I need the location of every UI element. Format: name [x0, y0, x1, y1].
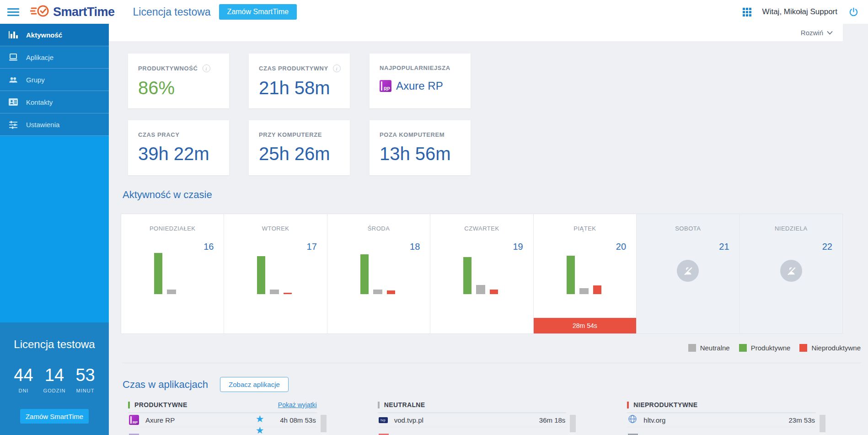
card-label: PRODUKTYWNOŚĆ — [138, 65, 198, 72]
day-cell-niedziela[interactable]: NIEDZIELA22 — [740, 214, 842, 333]
nieproduktywne-bar — [593, 285, 601, 294]
top-header: SmartTime Licencja testowa Zamów SmartTi… — [0, 0, 868, 24]
sidebar-item-label: Aplikacje — [26, 54, 54, 61]
day-date: 16 — [204, 242, 214, 252]
partially-visible-row — [627, 427, 816, 435]
list-scrollbar[interactable] — [820, 415, 825, 435]
sidebar-item-grupy[interactable]: Grupy — [0, 69, 109, 91]
category-color-bar — [627, 402, 629, 408]
sidebar-item-label: Kontakty — [26, 98, 53, 106]
produktywne-bar — [154, 253, 162, 294]
sidebar-item-ustawienia[interactable]: Ustawienia — [0, 113, 109, 136]
card-poza-komputerem: POZA KOMPUTEREM 13h 56m — [370, 120, 471, 175]
app-row[interactable]: tvpvod.tvp.pl36m 18s — [378, 413, 567, 427]
card-value: 39h 22m — [138, 144, 220, 164]
day-label: PIĄTEK — [534, 225, 636, 232]
day-cell-poniedziałek[interactable]: PONIEDZIAŁEK16 — [121, 214, 224, 333]
legend-swatch — [739, 344, 747, 352]
day-label: CZWARTEK — [430, 225, 533, 232]
hamburger-menu-icon[interactable] — [7, 6, 19, 18]
day-label: WTOREK — [224, 225, 327, 232]
day-date: 20 — [616, 242, 626, 252]
apps-section-title: Czas w aplikacjach — [123, 379, 208, 391]
day-cell-piątek[interactable]: PIĄTEK2028m 54s — [534, 214, 637, 333]
sidebar-item-aplikacje[interactable]: Aplikacje — [0, 46, 109, 69]
card-produktywnosc: PRODUKTYWNOŚĆ i 86% — [128, 54, 229, 108]
sidebar-item-aktywnosc[interactable]: Aktywność — [0, 24, 109, 46]
app-column-nieproduktywne: NIEPRODUKTYWNEhltv.org23m 53s — [627, 401, 825, 435]
card-value: 21h 58m — [259, 78, 341, 98]
produktywne-bar — [463, 257, 472, 294]
app-column-header: PRODUKTYWNEPokaż wyjątki — [128, 401, 317, 413]
day-label: NIEDZIELA — [740, 225, 842, 232]
sidebar-item-label: Ustawienia — [26, 121, 59, 129]
apps-grid-icon[interactable] — [743, 8, 751, 16]
day-label: PONIEDZIAŁEK — [121, 225, 224, 232]
day-cell-czwartek[interactable]: CZWARTEK19 — [430, 214, 533, 333]
favorite-star-icon[interactable]: ★ — [256, 414, 264, 424]
nieproduktywne-bar — [284, 293, 292, 294]
day-cell-środa[interactable]: ŚRODA18 — [327, 214, 430, 333]
day-bars — [567, 256, 601, 294]
app-row[interactable]: RPAxure RP★4h 08m 53s — [128, 413, 317, 427]
view-apps-button[interactable]: Zobacz aplikacje — [220, 377, 289, 392]
license-countdown: 44 DNI 14 GODZIN 53 MINUT — [0, 365, 109, 393]
order-smarttime-button[interactable]: Zamów SmartTime — [219, 4, 297, 20]
produktywne-bar — [567, 256, 575, 294]
main-content: Rozwiń PRODUKTYWNOŚĆ i 86% CZAS PRODUKTY… — [109, 24, 868, 435]
brand-name: SmartTime — [53, 5, 115, 19]
day-date: 18 — [410, 242, 420, 252]
countdown-days: 44 DNI — [14, 365, 33, 393]
no-data-user-icon — [780, 260, 802, 282]
countdown-hours: 14 GODZIN — [43, 365, 66, 393]
app-column-content: NEUTRALNEtvpvod.tvp.pl36m 18s — [378, 401, 567, 435]
sidebar-item-label: Grupy — [26, 76, 45, 84]
card-value: 86% — [138, 78, 220, 98]
legend-swatch — [688, 344, 696, 352]
legend-label: Produktywne — [751, 344, 791, 352]
app-column-header: NIEPRODUKTYWNE — [627, 401, 816, 413]
axure-rp-icon: RP — [380, 80, 391, 92]
expand-label[interactable]: Rozwiń — [801, 29, 823, 37]
day-date: 21 — [719, 242, 729, 252]
list-scrollbar[interactable] — [570, 415, 576, 435]
list-scrollbar[interactable] — [321, 415, 327, 435]
license-title: Licencja testowa — [0, 338, 109, 351]
show-exceptions-link[interactable]: Pokaż wyjątki — [278, 401, 317, 408]
category-color-bar — [378, 402, 380, 408]
day-cell-wtorek[interactable]: WTOREK17 — [224, 214, 327, 333]
logout-power-icon[interactable] — [848, 7, 859, 17]
smarttime-logo[interactable]: SmartTime — [30, 4, 115, 20]
neutralne-bar — [579, 288, 589, 294]
info-icon[interactable]: i — [333, 64, 341, 72]
legend-label: Neutralne — [700, 344, 730, 352]
legend-swatch — [799, 344, 807, 352]
neutralne-bar — [270, 290, 279, 294]
partial-star-icon: ★ — [256, 425, 264, 435]
scrollbar-thumb[interactable] — [570, 415, 576, 432]
stat-cards: PRODUKTYWNOŚĆ i 86% CZAS PRODUKTYWNY i 2… — [128, 54, 868, 175]
scrollbar-thumb[interactable] — [820, 415, 825, 432]
card-value: 13h 56m — [380, 144, 461, 164]
info-icon[interactable]: i — [203, 64, 210, 72]
bar-chart-icon — [8, 30, 18, 39]
nieproduktywne-bar — [490, 290, 498, 294]
sidebar-item-kontakty[interactable]: Kontakty — [0, 91, 109, 113]
app-column-content: NIEPRODUKTYWNEhltv.org23m 53s — [627, 401, 816, 435]
category-color-bar — [128, 402, 130, 408]
app-row[interactable]: hltv.org23m 53s — [627, 413, 816, 427]
filters-collapse-bar[interactable]: Rozwiń — [109, 24, 843, 41]
section-divider — [122, 363, 861, 363]
scrollbar-thumb[interactable] — [321, 415, 327, 432]
card-label: CZAS PRODUKTYWNY — [259, 65, 328, 72]
legend-item-neutralne: Neutralne — [688, 344, 730, 352]
day-cell-sobota[interactable]: SOBOTA21 — [637, 214, 739, 333]
app-name: hltv.org — [643, 416, 665, 424]
neutralne-bar — [476, 285, 485, 294]
order-smarttime-sidebar-button[interactable]: Zamów SmartTime — [20, 409, 89, 424]
activity-week-chart: PONIEDZIAŁEK16WTOREK17ŚRODA18CZWARTEK19P… — [121, 214, 843, 334]
speedometer-check-icon — [30, 4, 49, 20]
app-column-content: PRODUKTYWNEPokaż wyjątkiRPAxure RP★4h 08… — [128, 401, 317, 435]
app-time: 36m 18s — [539, 416, 567, 424]
neutralne-bar — [167, 290, 176, 294]
